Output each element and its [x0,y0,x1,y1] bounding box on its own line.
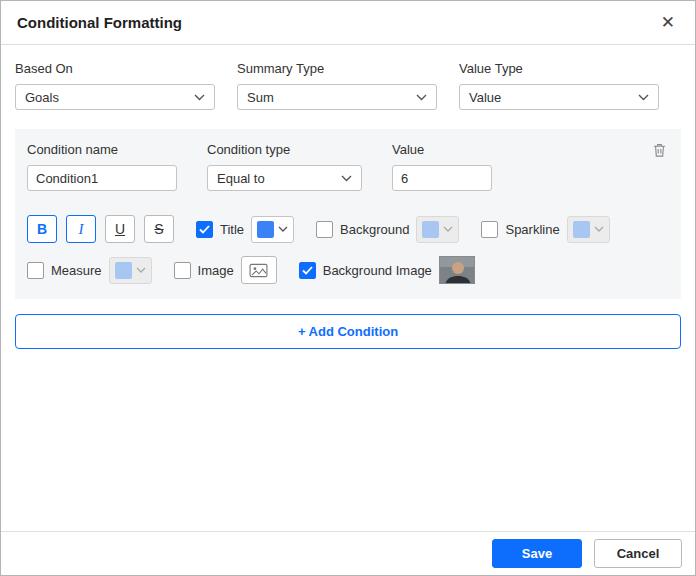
summary-type-dropdown[interactable]: Sum [237,84,437,110]
background-color-dropdown [416,216,459,243]
dialog-footer: Save Cancel [1,531,695,575]
condition-panel: Condition name Condition type Equal to V… [15,129,681,299]
title-checkbox[interactable] [196,221,213,238]
conditional-formatting-dialog: Conditional Formatting ✕ Based On Goals … [0,0,696,576]
delete-condition-icon[interactable] [650,140,669,163]
image-checkbox[interactable] [174,262,191,279]
background-image-toggle-group: Background Image [299,256,475,284]
measure-color-swatch [115,262,132,279]
chevron-down-icon [416,94,427,101]
title-toggle-group: Title [196,216,294,243]
font-style-buttons: B I U S [27,215,174,243]
based-on-value: Goals [25,90,59,105]
toggle-row: Measure Image [27,256,669,284]
summary-type-label: Summary Type [237,61,437,76]
condition-value-input[interactable] [392,165,492,191]
condition-name-input[interactable] [27,165,177,191]
title-color-swatch [257,221,274,238]
chevron-down-icon [638,94,649,101]
image-toggle-group: Image [174,256,277,284]
dialog-titlebar: Conditional Formatting ✕ [1,1,695,45]
based-on-field: Based On Goals [15,61,215,110]
chevron-down-icon [341,175,352,182]
value-type-label: Value Type [459,61,659,76]
strikethrough-button[interactable]: S [144,215,174,243]
condition-value-field: Value [392,142,492,191]
add-condition-button[interactable]: + Add Condition [15,314,681,349]
value-type-dropdown[interactable]: Value [459,84,659,110]
condition-fields-row: Condition name Condition type Equal to V… [27,142,669,191]
chevron-down-icon [443,226,453,232]
background-label: Background [340,222,409,237]
background-toggle-group: Background [316,216,459,243]
background-image-thumbnail[interactable] [439,256,475,284]
cancel-button[interactable]: Cancel [594,539,682,568]
condition-value-label: Value [392,142,492,157]
dialog-title: Conditional Formatting [17,14,182,31]
measure-color-dropdown [109,257,152,284]
value-type-field: Value Type Value [459,61,659,110]
condition-type-field: Condition type Equal to [207,142,362,191]
chevron-down-icon [594,226,604,232]
close-icon[interactable]: ✕ [657,12,679,33]
background-color-swatch [422,221,439,238]
image-picker-button[interactable] [241,256,277,284]
chevron-down-icon [136,267,146,273]
summary-type-field: Summary Type Sum [237,61,437,110]
title-color-dropdown[interactable] [251,216,294,243]
based-on-dropdown[interactable]: Goals [15,84,215,110]
value-type-value: Value [469,90,501,105]
condition-name-label: Condition name [27,142,177,157]
format-row: B I U S Title [27,215,669,243]
italic-button[interactable]: I [66,215,96,243]
sparkline-toggle-group: Sparkline [481,216,609,243]
condition-type-dropdown[interactable]: Equal to [207,165,362,191]
condition-name-field: Condition name [27,142,177,191]
chevron-down-icon [194,94,205,101]
based-on-label: Based On [15,61,215,76]
image-label: Image [198,263,234,278]
condition-type-label: Condition type [207,142,362,157]
title-label: Title [220,222,244,237]
save-button[interactable]: Save [492,539,582,568]
condition-type-value: Equal to [217,171,265,186]
background-checkbox[interactable] [316,221,333,238]
measure-toggle-group: Measure [27,257,152,284]
sparkline-label: Sparkline [505,222,559,237]
measure-checkbox[interactable] [27,262,44,279]
measure-label: Measure [51,263,102,278]
sparkline-checkbox[interactable] [481,221,498,238]
bold-button[interactable]: B [27,215,57,243]
sparkline-color-dropdown [567,216,610,243]
sparkline-color-swatch [573,221,590,238]
selector-row: Based On Goals Summary Type Sum [15,61,681,110]
background-image-checkbox[interactable] [299,262,316,279]
underline-button[interactable]: U [105,215,135,243]
dialog-body: Based On Goals Summary Type Sum [1,45,695,531]
summary-type-value: Sum [247,90,274,105]
background-image-label: Background Image [323,263,432,278]
chevron-down-icon [278,226,288,232]
